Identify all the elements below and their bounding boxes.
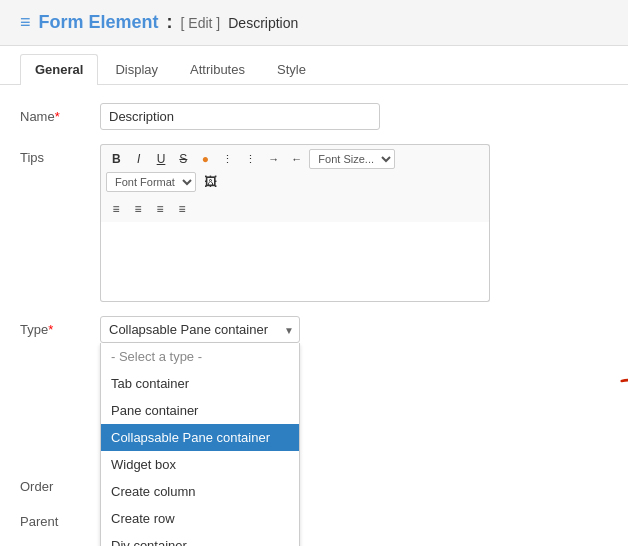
type-label: Type* <box>20 316 100 337</box>
editor-toolbar: B I U S ● ⋮ ⋮ → ← Font Size... Font Form… <box>100 144 490 196</box>
bold-button[interactable]: B <box>106 149 127 169</box>
tab-display[interactable]: Display <box>100 54 173 84</box>
dropdown-item-collapsable[interactable]: Collapsable Pane container <box>101 424 299 451</box>
dropdown-item-pane[interactable]: Pane container <box>101 397 299 424</box>
dropdown-item-div[interactable]: Div container <box>101 532 299 546</box>
ordered-list-button[interactable]: ⋮ <box>240 150 261 169</box>
dropdown-item-create-col[interactable]: Create column <box>101 478 299 505</box>
tips-control: B I U S ● ⋮ ⋮ → ← Font Size... Font Form… <box>100 144 608 302</box>
italic-button[interactable]: I <box>129 149 149 169</box>
edit-link[interactable]: [ Edit ] <box>181 15 221 31</box>
tab-bar: General Display Attributes Style <box>0 46 628 85</box>
tab-style[interactable]: Style <box>262 54 321 84</box>
type-select-wrapper: Collapsable Pane container ▼ <box>100 316 300 343</box>
tab-content-general: Name* Tips B I U S ● ⋮ ⋮ → ← <box>0 85 628 546</box>
font-format-select[interactable]: Font Format <box>106 172 196 192</box>
tips-label: Tips <box>20 144 100 165</box>
selection-arrow-icon <box>613 371 628 426</box>
tab-general[interactable]: General <box>20 54 98 85</box>
name-label: Name* <box>20 103 100 124</box>
type-row: Type* Collapsable Pane container ▼ - Sel… <box>20 316 608 343</box>
align-right-button[interactable]: ≡ <box>150 199 170 219</box>
strikethrough-button[interactable]: S <box>173 149 193 169</box>
align-left-button[interactable]: ≡ <box>106 199 126 219</box>
page-header: ≡ Form Element : [ Edit ] Description <box>0 0 628 46</box>
type-required: * <box>48 322 53 337</box>
page-title: Form Element <box>39 12 159 33</box>
underline-button[interactable]: U <box>151 149 172 169</box>
dropdown-item-tab[interactable]: Tab container <box>101 370 299 397</box>
name-required: * <box>55 109 60 124</box>
separator: : <box>167 12 173 33</box>
parent-label: Parent <box>20 508 100 529</box>
tab-attributes[interactable]: Attributes <box>175 54 260 84</box>
type-dropdown-menu: - Select a type - Tab container Pane con… <box>100 343 300 546</box>
indent-button[interactable]: → <box>263 150 284 168</box>
second-toolbar-row: ≡ ≡ ≡ ≡ <box>100 196 490 222</box>
order-label: Order <box>20 473 100 494</box>
color-button[interactable]: ● <box>195 149 215 169</box>
image-button[interactable]: 🖼 <box>198 171 223 192</box>
type-select[interactable]: Collapsable Pane container <box>100 316 300 343</box>
type-control: Collapsable Pane container ▼ - Select a … <box>100 316 608 343</box>
outdent-button[interactable]: ← <box>286 150 307 168</box>
description-text: Description <box>228 15 298 31</box>
name-input[interactable] <box>100 103 380 130</box>
name-row: Name* <box>20 103 608 130</box>
form-element-icon: ≡ <box>20 12 31 33</box>
unordered-list-button[interactable]: ⋮ <box>217 150 238 169</box>
align-center-button[interactable]: ≡ <box>128 199 148 219</box>
content-area: General Display Attributes Style Name* T… <box>0 46 628 546</box>
font-size-select[interactable]: Font Size... <box>309 149 395 169</box>
tips-row: Tips B I U S ● ⋮ ⋮ → ← Font Size... F <box>20 144 608 302</box>
dropdown-item-widget[interactable]: Widget box <box>101 451 299 478</box>
dropdown-item-create-row[interactable]: Create row <box>101 505 299 532</box>
justify-button[interactable]: ≡ <box>172 199 192 219</box>
dropdown-item-placeholder[interactable]: - Select a type - <box>101 343 299 370</box>
editor-area[interactable] <box>100 222 490 302</box>
name-control <box>100 103 608 130</box>
